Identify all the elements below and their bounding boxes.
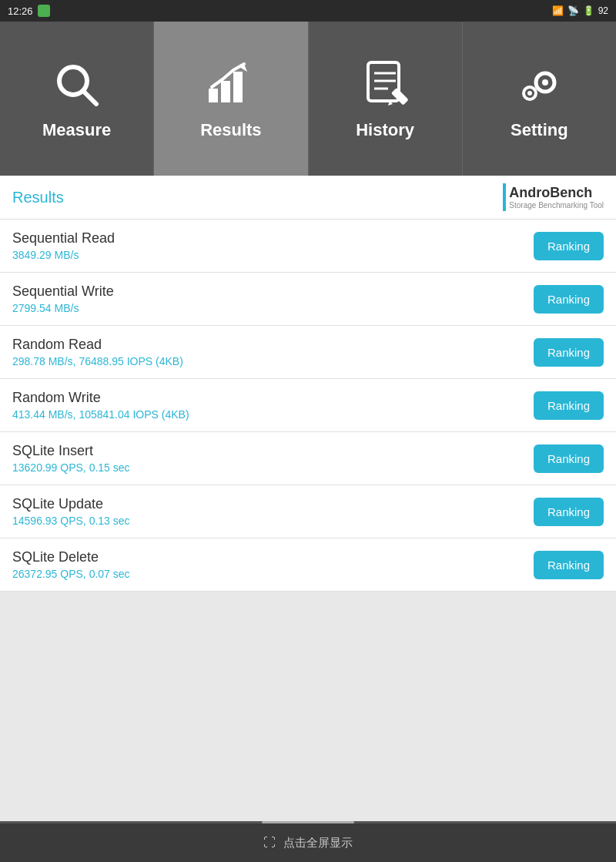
result-name-5: SQLite Update bbox=[12, 496, 130, 512]
result-value-6: 26372.95 QPS, 0.07 sec bbox=[12, 568, 130, 580]
table-row: Sequential Read 3849.29 MB/s Ranking bbox=[0, 220, 616, 273]
table-row: SQLite Update 14596.93 QPS, 0.13 sec Ran… bbox=[0, 485, 616, 538]
tab-results-label: Results bbox=[200, 120, 261, 140]
tab-setting[interactable]: Setting bbox=[463, 22, 616, 176]
result-name-3: Random Write bbox=[12, 390, 189, 406]
ranking-button-3[interactable]: Ranking bbox=[534, 391, 604, 420]
logo-main-text: AndroBench bbox=[509, 185, 604, 201]
battery-level: 92 bbox=[598, 5, 608, 16]
table-row: Sequential Write 2799.54 MB/s Ranking bbox=[0, 273, 616, 326]
result-value-3: 413.44 MB/s, 105841.04 IOPS (4KB) bbox=[12, 408, 189, 421]
table-row: SQLite Delete 26372.95 QPS, 0.07 sec Ran… bbox=[0, 538, 616, 592]
result-name-2: Random Read bbox=[12, 337, 183, 353]
setting-icon bbox=[512, 57, 566, 111]
tab-history-label: History bbox=[356, 120, 414, 140]
svg-point-16 bbox=[527, 91, 532, 96]
status-left: 12:26 bbox=[8, 5, 50, 17]
app-icon bbox=[38, 5, 50, 17]
result-info-0: Sequential Read 3849.29 MB/s bbox=[12, 230, 115, 261]
status-right: 📶 📡 🔋 92 bbox=[552, 5, 608, 16]
logo-bar bbox=[503, 183, 506, 211]
tab-setting-label: Setting bbox=[511, 120, 568, 140]
signal-icon: 📶 bbox=[552, 5, 564, 16]
tab-history[interactable]: History bbox=[309, 22, 463, 176]
svg-line-2 bbox=[84, 92, 96, 104]
main-content: Results AndroBench Storage Benchmarking … bbox=[0, 176, 616, 592]
ranking-button-2[interactable]: Ranking bbox=[534, 338, 604, 367]
svg-rect-4 bbox=[221, 81, 230, 102]
svg-point-14 bbox=[542, 79, 548, 86]
result-value-4: 13620.99 QPS, 0.15 sec bbox=[12, 461, 130, 474]
tab-measure[interactable]: Measure bbox=[0, 22, 154, 176]
fullscreen-label: 点击全屏显示 bbox=[283, 836, 353, 850]
result-name-1: Sequential Write bbox=[12, 283, 114, 300]
result-rows-container: Sequential Read 3849.29 MB/s Ranking Seq… bbox=[0, 220, 616, 592]
status-bar: 12:26 📶 📡 🔋 92 bbox=[0, 0, 616, 22]
table-row: Random Write 413.44 MB/s, 105841.04 IOPS… bbox=[0, 379, 616, 432]
results-header: Results AndroBench Storage Benchmarking … bbox=[0, 176, 616, 220]
ranking-button-1[interactable]: Ranking bbox=[534, 285, 604, 314]
history-icon bbox=[358, 57, 412, 111]
bottom-bar[interactable]: ⛶ 点击全屏显示 bbox=[0, 823, 616, 862]
table-row: SQLite Insert 13620.99 QPS, 0.15 sec Ran… bbox=[0, 432, 616, 485]
result-name-4: SQLite Insert bbox=[12, 443, 130, 459]
result-info-2: Random Read 298.78 MB/s, 76488.95 IOPS (… bbox=[12, 337, 183, 367]
tab-measure-label: Measure bbox=[42, 120, 111, 140]
svg-rect-3 bbox=[209, 89, 218, 102]
result-name-6: SQLite Delete bbox=[12, 549, 130, 565]
result-name-0: Sequential Read bbox=[12, 230, 115, 247]
result-info-1: Sequential Write 2799.54 MB/s bbox=[12, 283, 114, 314]
logo-text-group: AndroBench Storage Benchmarking Tool bbox=[509, 185, 604, 210]
results-title: Results bbox=[12, 189, 64, 206]
result-info-4: SQLite Insert 13620.99 QPS, 0.15 sec bbox=[12, 443, 130, 474]
result-value-5: 14596.93 QPS, 0.13 sec bbox=[12, 515, 130, 527]
table-row: Random Read 298.78 MB/s, 76488.95 IOPS (… bbox=[0, 326, 616, 379]
ranking-button-5[interactable]: Ranking bbox=[534, 498, 604, 526]
logo-sub-text: Storage Benchmarking Tool bbox=[509, 201, 604, 210]
svg-rect-0 bbox=[40, 7, 48, 15]
tab-results[interactable]: Results bbox=[154, 22, 308, 176]
androbench-logo: AndroBench Storage Benchmarking Tool bbox=[503, 183, 604, 211]
wifi-icon: 📡 bbox=[567, 5, 579, 16]
ranking-button-6[interactable]: Ranking bbox=[534, 551, 604, 579]
result-info-5: SQLite Update 14596.93 QPS, 0.13 sec bbox=[12, 496, 130, 527]
result-value-0: 3849.29 MB/s bbox=[12, 249, 115, 261]
results-icon bbox=[204, 57, 258, 111]
result-value-2: 298.78 MB/s, 76488.95 IOPS (4KB) bbox=[12, 355, 183, 367]
ranking-button-4[interactable]: Ranking bbox=[534, 444, 604, 473]
ranking-button-0[interactable]: Ranking bbox=[534, 232, 604, 260]
status-time: 12:26 bbox=[8, 5, 33, 17]
fullscreen-icon: ⛶ bbox=[263, 836, 276, 850]
nav-tabs: Measure Results bbox=[0, 22, 616, 176]
battery-icon: 🔋 bbox=[583, 5, 594, 16]
result-value-1: 2799.54 MB/s bbox=[12, 302, 114, 314]
result-info-3: Random Write 413.44 MB/s, 105841.04 IOPS… bbox=[12, 390, 189, 421]
svg-rect-5 bbox=[233, 72, 243, 102]
result-info-6: SQLite Delete 26372.95 QPS, 0.07 sec bbox=[12, 549, 130, 580]
measure-icon bbox=[50, 57, 104, 111]
